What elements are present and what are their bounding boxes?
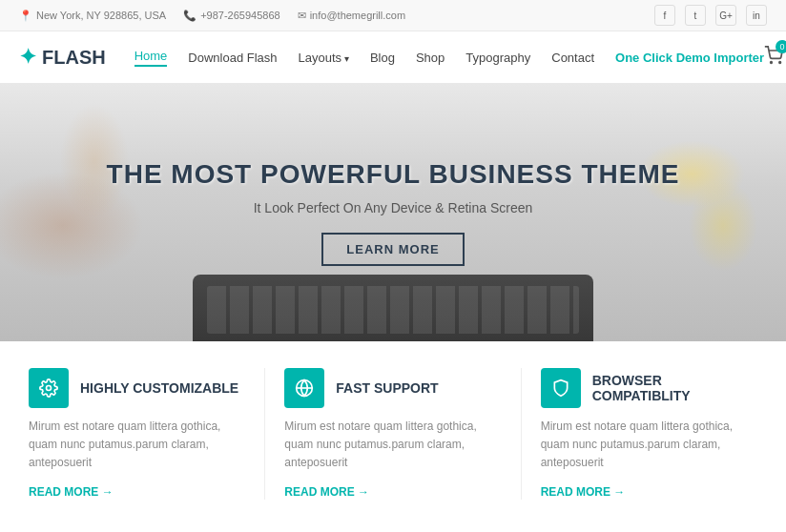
hero-section: THE MOST POWERFUL BUSINESS THEME It Look… <box>0 84 786 341</box>
svg-point-1 <box>779 62 781 64</box>
facebook-icon[interactable]: f <box>654 5 675 26</box>
feature-icon-browser <box>541 368 581 408</box>
feature-link-browser[interactable]: READ MORE → <box>541 485 626 499</box>
nav-links: Home Download Flash Layouts Blog Shop Ty… <box>134 49 764 67</box>
nav-download[interactable]: Download Flash <box>188 51 277 65</box>
phone-item: 📞 +987-265945868 <box>183 10 280 22</box>
feature-text-browser: Mirum est notare quam littera gothica, q… <box>541 418 757 473</box>
hero-learn-more-button[interactable]: LEARN MORE <box>321 233 464 266</box>
nav-one-click[interactable]: One Click Demo Importer <box>615 51 764 65</box>
nav-contact[interactable]: Contact <box>551 51 594 65</box>
feature-icon-customizable <box>29 368 69 408</box>
location-text: New York, NY 928865, USA <box>36 10 166 21</box>
nav-layouts[interactable]: Layouts <box>299 51 349 65</box>
svg-point-0 <box>771 62 773 64</box>
site-logo[interactable]: ✦ FLASH <box>19 45 106 70</box>
feature-header-browser: BROWSER COMPATIBLITY <box>541 368 757 408</box>
linkedin-icon[interactable]: in <box>746 5 767 26</box>
feature-customizable: HIGHLY CUSTOMIZABLE Mirum est notare qua… <box>29 368 245 500</box>
cart-button[interactable]: 0 <box>764 46 783 69</box>
phone-text: +987-265945868 <box>200 10 280 21</box>
feature-link-customizable[interactable]: READ MORE → <box>29 485 114 499</box>
features-section: HIGHLY CUSTOMIZABLE Mirum est notare qua… <box>0 341 786 519</box>
logo-icon: ✦ <box>19 45 36 70</box>
logo-text: FLASH <box>42 47 106 69</box>
email-item: ✉ info@themegrill.com <box>298 10 405 22</box>
hero-keyboard-decoration <box>193 275 593 341</box>
hero-content: THE MOST POWERFUL BUSINESS THEME It Look… <box>88 159 699 265</box>
top-bar-left: 📍 New York, NY 928865, USA 📞 +987-265945… <box>19 10 405 22</box>
feature-browser: BROWSER COMPATIBLITY Mirum est notare qu… <box>541 368 757 500</box>
twitter-icon[interactable]: t <box>685 5 706 26</box>
nav-right: 0 <box>764 46 786 69</box>
email-text: info@themegrill.com <box>310 10 405 21</box>
nav-home[interactable]: Home <box>134 49 168 67</box>
feature-link-support[interactable]: READ MORE → <box>284 485 369 499</box>
social-links: f t G+ in <box>654 5 767 26</box>
svg-point-4 <box>47 386 52 391</box>
nav-shop[interactable]: Shop <box>416 51 445 65</box>
divider-2 <box>521 368 522 500</box>
hero-title: THE MOST POWERFUL BUSINESS THEME <box>107 159 680 190</box>
feature-header-support: FAST SUPPORT <box>284 368 501 408</box>
feature-text-customizable: Mirum est notare quam littera gothica, q… <box>29 418 245 473</box>
main-nav: ✦ FLASH Home Download Flash Layouts Blog… <box>0 31 786 84</box>
cart-count: 0 <box>776 40 786 53</box>
feature-header-customizable: HIGHLY CUSTOMIZABLE <box>29 368 245 408</box>
hero-subtitle: It Look Perfect On Any Device & Retina S… <box>107 200 680 215</box>
location-icon: 📍 <box>19 10 32 22</box>
feature-support: FAST SUPPORT Mirum est notare quam litte… <box>284 368 501 500</box>
location-item: 📍 New York, NY 928865, USA <box>19 10 166 22</box>
feature-title-customizable: HIGHLY CUSTOMIZABLE <box>80 380 238 396</box>
phone-icon: 📞 <box>183 10 196 22</box>
googleplus-icon[interactable]: G+ <box>715 5 736 26</box>
top-bar: 📍 New York, NY 928865, USA 📞 +987-265945… <box>0 0 786 31</box>
nav-typography[interactable]: Typography <box>465 51 530 65</box>
email-icon: ✉ <box>298 10 306 22</box>
feature-text-support: Mirum est notare quam littera gothica, q… <box>284 418 501 473</box>
feature-title-browser: BROWSER COMPATIBLITY <box>592 373 757 403</box>
divider-1 <box>264 368 265 500</box>
feature-title-support: FAST SUPPORT <box>336 380 438 396</box>
feature-icon-support <box>284 368 324 408</box>
nav-blog[interactable]: Blog <box>370 51 395 65</box>
